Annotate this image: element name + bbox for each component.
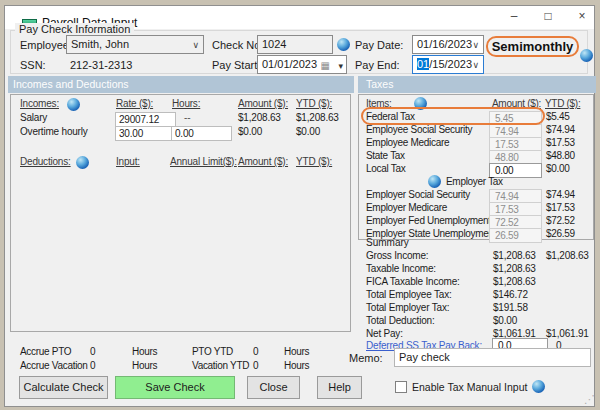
pay-start-input[interactable]: 01/01/2023 ▦ ▾	[257, 55, 347, 74]
summary-value: $0.00	[493, 315, 517, 326]
summary-label: Taxable Income:	[366, 263, 436, 274]
employer-tax-label: Employer Tax	[446, 176, 503, 187]
paycheck-info-group-label: Pay Check Information	[15, 23, 134, 35]
accrue-label: Accrue Vacation	[20, 360, 88, 371]
close-window-button[interactable]: ×	[566, 6, 598, 27]
help-globe-icon[interactable]	[532, 380, 545, 393]
tax-row-er-fed-unemp: Employer Fed Unemployment 72.52 $72.52	[366, 215, 594, 229]
hours-unit: Hours	[284, 346, 309, 357]
income-row-salary: Salary 29007.12 -- $1,208.63 $1,208.63	[20, 112, 350, 126]
employer-tax-subheader: Employer Tax	[366, 176, 594, 190]
enable-tax-manual-input-checkbox[interactable]	[395, 381, 407, 393]
resize-grip[interactable]: ⋰	[584, 393, 595, 406]
incomes-band: Incomes and Deductions	[8, 76, 354, 93]
incomes-header: Incomes:	[20, 98, 59, 109]
pay-start-value: 01/01/2023	[262, 58, 317, 70]
tax-row-er-ss: Employer Social Security 74.94 $74.94	[366, 189, 594, 203]
ytd-label: PTO YTD	[192, 346, 233, 357]
employee-label: Employee:	[20, 39, 72, 51]
hours-unit: Hours	[132, 360, 157, 371]
hours-input[interactable]: 0.00	[171, 126, 232, 141]
summary-ytd: $1,208.63	[546, 250, 589, 261]
tax-name: Employee Medicare	[366, 137, 449, 148]
amount-value: $0.00	[238, 126, 262, 137]
summary-label: Total Employer Tax:	[366, 302, 449, 313]
help-globe-icon[interactable]	[76, 156, 89, 169]
tax-ytd-value: $17.53	[546, 202, 575, 213]
rate-input[interactable]: 30.00	[115, 126, 176, 141]
income-row-overtime: Overtime hourly 30.00 0.00 $0.00 $0.00	[20, 126, 350, 140]
summary-label: Total Deduction:	[366, 315, 435, 326]
input-header: Input:	[116, 156, 140, 167]
pay-end-selected-text: 01	[417, 58, 429, 70]
help-globe-icon[interactable]	[580, 49, 593, 62]
save-check-button[interactable]: Save Check	[115, 376, 235, 399]
close-button[interactable]: Close	[247, 376, 300, 399]
pay-date-input[interactable]: 01/16/2023 ∨	[412, 35, 484, 54]
tax-name: Employer Social Security	[366, 189, 470, 200]
minimize-button[interactable]: –	[498, 6, 530, 27]
vacation-row: Accrue Vacation 0 Hours Vacation YTD 0 H…	[20, 360, 360, 373]
help-globe-icon[interactable]	[67, 98, 80, 111]
tax-ytd-value: $17.53	[546, 137, 575, 148]
help-button[interactable]: Help	[317, 376, 362, 399]
summary-row: Taxable Income: $1,208.63	[366, 263, 596, 276]
hours-header: Hours:	[172, 98, 200, 109]
tax-ytd-value: $5.45	[546, 111, 570, 122]
check-no-input[interactable]: 1024	[257, 35, 333, 54]
ytd-header: YTD ($):	[296, 98, 332, 109]
chevron-down-icon: ∨	[472, 57, 479, 74]
ytd-value: $0.00	[296, 126, 320, 137]
summary-row: FICA Taxable Income: $1,208.63	[366, 276, 596, 289]
ytd-label: Vacation YTD	[192, 360, 249, 371]
ytd-value: 0	[253, 346, 258, 357]
tax-row-er-medicare: Employer Medicare 17.53 $17.53	[366, 202, 594, 216]
summary-value: $146.72	[493, 289, 528, 300]
amount-header: Amount ($):	[238, 98, 288, 109]
screen: Payroll Data Input – □ × Pay Check Infor…	[0, 0, 600, 410]
ded-ytd-header: YTD ($):	[296, 156, 332, 167]
tax-row-local: Local Tax 0.00 $0.00	[366, 163, 594, 177]
ssn-value: 212-31-2313	[70, 59, 132, 71]
tax-row-emp-ss: Employee Social Security 74.94 $74.94	[366, 124, 594, 138]
accrue-value: 0	[90, 360, 95, 371]
enable-tax-manual-input-row: Enable Tax Manual Input	[395, 380, 545, 393]
tax-ytd-value: $74.94	[546, 124, 575, 135]
tax-name: Local Tax	[366, 163, 405, 174]
dropdown-arrow-icon: ▾	[338, 58, 343, 74]
annual-limit-header: Annual Limit($):	[170, 156, 237, 167]
chevron-down-icon: ∨	[192, 37, 199, 54]
employee-value: Smith, John	[71, 38, 129, 50]
ded-amount-header: Amount ($):	[238, 156, 288, 167]
help-globe-icon[interactable]	[428, 175, 441, 188]
calculate-check-button[interactable]: Calculate Check	[19, 376, 108, 399]
tax-ytd-header: YTD ($):	[545, 98, 580, 109]
help-globe-icon[interactable]	[337, 38, 350, 51]
summary-row: Total Deduction: $0.00	[366, 315, 596, 328]
summary-label: Gross Income:	[366, 250, 428, 261]
income-name: Overtime hourly	[20, 126, 88, 137]
tax-row-emp-medicare: Employee Medicare 17.53 $17.53	[366, 137, 594, 151]
memo-input[interactable]: Pay check	[394, 348, 591, 367]
tax-ytd-value: $48.80	[546, 150, 575, 161]
rate-header: Rate ($):	[116, 98, 153, 109]
pay-end-rest-text: /15/2023	[429, 58, 472, 70]
employee-dropdown[interactable]: Smith, John ∨	[66, 35, 204, 54]
summary-value: $191.58	[493, 302, 528, 313]
summary-row: Gross Income: $1,208.63 $1,208.63	[366, 250, 596, 263]
enable-tax-manual-input-label: Enable Tax Manual Input	[412, 381, 527, 393]
accrue-label: Accrue PTO	[20, 346, 71, 357]
summary-label: Total Employee Tax:	[366, 289, 452, 300]
tax-amount-input: 26.59	[489, 228, 542, 243]
amount-value: $1,208.63	[238, 112, 281, 123]
pay-date-value: 01/16/2023	[417, 38, 472, 50]
maximize-button[interactable]: □	[532, 6, 564, 27]
income-name: Salary	[20, 112, 47, 123]
summary-value: $1,208.63	[493, 250, 536, 261]
hours-unit: Hours	[132, 346, 157, 357]
tax-name: Employer Fed Unemployment	[366, 215, 491, 226]
pay-end-input[interactable]: 01/15/2023 ∨	[412, 55, 484, 74]
rate-input[interactable]: 29007.12	[115, 112, 176, 127]
check-no-value: 1024	[262, 38, 286, 50]
pay-start-label: Pay Start:	[212, 59, 260, 71]
